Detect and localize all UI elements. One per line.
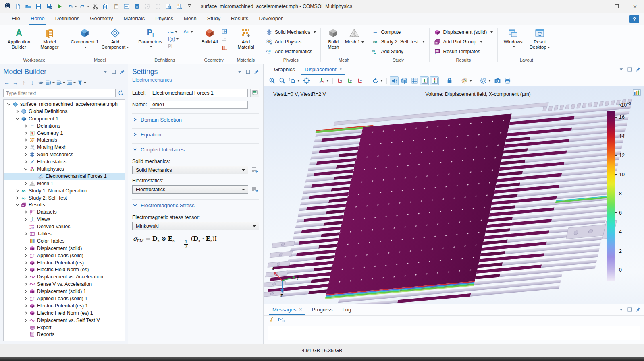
tree-item-electromechanical-forces-1[interactable]: Electromechanical Forces 1 — [4, 173, 125, 180]
functions-button[interactable]: f(x) — [168, 36, 179, 42]
result-templates-button[interactable]: Result Templates — [432, 47, 496, 56]
open-file-button[interactable] — [23, 1, 33, 12]
build-mesh-button[interactable]: Build Mesh — [323, 26, 344, 50]
add-material-button[interactable]: Add Material — [233, 26, 259, 50]
expander-icon[interactable] — [23, 217, 29, 222]
section-equation[interactable]: Equation — [132, 128, 259, 140]
copy-button[interactable] — [100, 1, 110, 12]
menu-tab-materials[interactable]: Materials — [118, 13, 150, 25]
rotate-button[interactable] — [371, 76, 380, 85]
tab-log[interactable]: Log — [338, 304, 356, 315]
tree-item-multiphysics[interactable]: Multiphysics — [4, 165, 125, 173]
tree-item-study-2-self-test[interactable]: ∞Study 2: Self Test — [4, 194, 125, 202]
save-button[interactable] — [33, 1, 44, 12]
maximize-button[interactable] — [608, 0, 626, 13]
tree-item-displacement-solid-1[interactable]: Displacement (solid) 1 — [4, 288, 125, 295]
tree-item-displacement-vs-acceleration[interactable]: Displacement vs. Acceleration — [4, 273, 125, 281]
graphics-canvas[interactable]: VtestL=0 V, VtestR=2 V Volume: Displacem… — [264, 86, 644, 304]
show-toggle-icon[interactable] — [37, 78, 44, 87]
model-manager-button[interactable]: Model Manager — [34, 26, 65, 50]
expander-icon[interactable] — [23, 260, 29, 266]
add-component-button[interactable]: Add Component — [100, 26, 131, 50]
view-lock-button[interactable] — [445, 76, 454, 85]
panel-pin-icon[interactable] — [119, 69, 125, 74]
stress-tensor-select[interactable]: Minkowski — [132, 222, 259, 230]
expander-icon[interactable] — [23, 130, 29, 136]
electrostatics-select[interactable]: Electrostatics — [132, 185, 248, 194]
close-tab-icon[interactable]: × — [339, 66, 342, 72]
tree-item-materials[interactable]: Materials — [4, 136, 125, 144]
solid-mechanics-select[interactable]: Solid Mechanics — [132, 166, 248, 174]
minimize-button[interactable]: – — [590, 0, 608, 13]
new-file-button[interactable] — [12, 1, 23, 12]
panel-pin-icon[interactable] — [635, 307, 641, 313]
tree-item-surface-micromachined-accelerometer-mph[interactable]: surface_micromachined_accelerometer.mph — [4, 101, 125, 108]
close-tab-icon[interactable]: × — [299, 307, 302, 313]
expander-icon[interactable] — [23, 253, 29, 258]
tree-item-applied-loads-solid[interactable]: *Applied Loads (solid) — [4, 252, 125, 259]
run-button[interactable] — [54, 1, 64, 12]
filter-icon[interactable] — [77, 78, 86, 87]
redo-button[interactable] — [77, 1, 87, 12]
label-field[interactable] — [150, 89, 248, 97]
tree-item-electric-potential-es[interactable]: Electric Potential (es) — [4, 259, 125, 266]
menu-tab-physics[interactable]: Physics — [150, 13, 179, 25]
tree-item-study-1-normal-operation[interactable]: ∞Study 1: Normal Operation — [4, 187, 125, 194]
tree-item-derived-values[interactable]: 8.85e-12Derived Values — [4, 223, 125, 230]
section-coupled-interfaces[interactable]: Coupled Interfaces — [132, 143, 259, 155]
clear-disabled-button[interactable] — [153, 1, 163, 12]
view-xy-button[interactable]: xy — [336, 76, 345, 85]
collapse-all-icon[interactable] — [56, 78, 65, 87]
go-forward-icon[interactable]: → — [12, 78, 19, 87]
axis-orientation-button[interactable] — [420, 76, 429, 85]
tree-item-moving-mesh[interactable]: Moving Mesh — [4, 144, 125, 151]
tree-item-definitions[interactable]: ≡Definitions — [4, 122, 125, 130]
rotate-dropdown-icon[interactable] — [380, 80, 383, 82]
mesh-1-button[interactable]: Mesh 1 — [344, 26, 365, 45]
add-plot-group-button[interactable]: Add Plot Group — [432, 37, 496, 46]
tree-item-global-definitions[interactable]: Global Definitions — [4, 108, 125, 115]
expander-icon[interactable] — [23, 152, 29, 157]
menu-tab-file[interactable]: File — [6, 13, 25, 25]
menu-tab-definitions[interactable]: Definitions — [50, 13, 85, 25]
tree-item-displacement-solid[interactable]: Displacement (solid) — [4, 245, 125, 252]
expander-icon[interactable] — [23, 274, 29, 280]
expand-all-icon[interactable] — [46, 78, 55, 87]
component-1-button[interactable]: Component 1 — [69, 26, 100, 50]
expander-icon[interactable] — [23, 318, 29, 323]
menu-tab-home[interactable]: Home — [25, 13, 50, 25]
select-disabled-button[interactable] — [142, 1, 152, 12]
add-mathematics-button[interactable]: Δu Add Mathematics — [263, 47, 318, 56]
color-theme-dropdown-icon[interactable] — [469, 80, 472, 82]
expander-icon[interactable] — [23, 123, 29, 129]
tree-filter-input[interactable] — [3, 89, 116, 97]
create-note-button[interactable] — [250, 89, 259, 97]
tree-item-electric-potential-es-1[interactable]: Electric Potential (es) 1 — [4, 302, 125, 309]
delete-button[interactable] — [132, 1, 142, 12]
menu-tab-developer[interactable]: Developer — [253, 13, 288, 25]
expander-icon[interactable] — [23, 296, 29, 301]
expander-icon[interactable] — [23, 289, 29, 294]
zoom-in-button[interactable] — [268, 76, 276, 85]
study-2-button[interactable]: ∞ Study 2: Self Test — [369, 37, 427, 46]
color-theme-button[interactable] — [460, 76, 469, 85]
expander-icon[interactable] — [23, 144, 29, 150]
section-electromagnetic-stress[interactable]: Electromagnetic Stress — [132, 199, 259, 211]
tab-progress[interactable]: Progress — [307, 304, 338, 315]
expander-icon[interactable] — [23, 159, 29, 165]
tree-item-tables[interactable]: Tables — [4, 230, 125, 237]
name-field[interactable] — [150, 101, 248, 109]
default-view-dropdown-icon[interactable] — [326, 80, 329, 82]
tree-item-reports[interactable]: Reports — [4, 331, 125, 338]
panel-menu-icon[interactable] — [102, 69, 108, 74]
scene-light-button[interactable] — [390, 76, 399, 85]
tree-item-views[interactable]: Views — [4, 216, 125, 223]
parameters-button[interactable]: Pi Parameters — [135, 26, 166, 47]
menu-tab-geometry[interactable]: Geometry — [85, 13, 118, 25]
tree-item-component-1[interactable]: Component 1 — [4, 115, 125, 122]
refresh-icon[interactable] — [118, 90, 125, 97]
panel-float-icon[interactable] — [627, 67, 632, 72]
tab-displacement[interactable]: Displacement× — [300, 64, 347, 75]
virtual-operations-icon[interactable] — [221, 45, 228, 52]
tree-item-electrostatics[interactable]: Electrostatics — [4, 158, 125, 165]
